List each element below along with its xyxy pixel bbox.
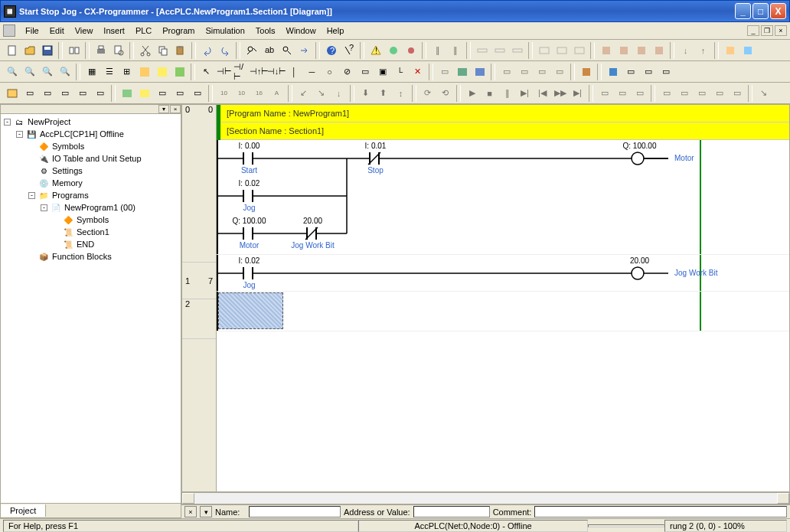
- contact-no-button[interactable]: ⊣⊢: [215, 64, 233, 80]
- paste-button[interactable]: [171, 42, 189, 59]
- comment-field[interactable]: [534, 506, 787, 517]
- tree-settings[interactable]: Settings: [52, 166, 83, 175]
- tree-toggle-plc[interactable]: -: [16, 131, 23, 138]
- goto-button[interactable]: [295, 42, 313, 59]
- scroll-right-button[interactable]: [777, 493, 789, 504]
- corner-button[interactable]: └: [391, 64, 409, 80]
- save-button[interactable]: [38, 42, 56, 59]
- scroll-left-button[interactable]: [182, 493, 194, 504]
- menu-view[interactable]: View: [70, 24, 99, 37]
- scroll-track[interactable]: [194, 493, 777, 504]
- p8[interactable]: [577, 64, 595, 80]
- tree-root[interactable]: NewProject: [28, 117, 70, 126]
- menu-edit[interactable]: Edit: [44, 24, 70, 37]
- name-field[interactable]: [249, 506, 341, 517]
- copy-button[interactable]: [154, 42, 171, 59]
- grid-btn-4[interactable]: [135, 64, 153, 80]
- tree-toggle-programs[interactable]: -: [28, 192, 35, 199]
- tab-project[interactable]: Project: [1, 504, 46, 517]
- view-btn-7[interactable]: [118, 85, 135, 102]
- simulation-button[interactable]: [384, 42, 402, 59]
- ladder-scrollbar[interactable]: [181, 492, 790, 504]
- view-btn-10[interactable]: ▭: [171, 85, 188, 102]
- contact-rise-button[interactable]: ⊣↑⊢: [250, 64, 268, 80]
- coil-button[interactable]: ○: [321, 64, 338, 80]
- select-tool-button[interactable]: ↖: [198, 64, 215, 80]
- new-button[interactable]: [3, 42, 21, 59]
- menu-simulation[interactable]: Simulation: [200, 24, 250, 37]
- tree-memory[interactable]: Memory: [52, 178, 83, 188]
- minimize-button[interactable]: _: [735, 3, 751, 19]
- redo-button[interactable]: [216, 42, 233, 59]
- mdi-restore-button[interactable]: ❐: [761, 25, 773, 36]
- view-btn-8[interactable]: [135, 85, 153, 102]
- rung-0[interactable]: I: 0.00 Start I: 0.01 Stop Q: 100.00 Mot…: [217, 140, 789, 255]
- grid-btn-6[interactable]: [171, 64, 188, 80]
- p11[interactable]: ▭: [639, 64, 657, 80]
- compare-button[interactable]: [65, 42, 83, 59]
- addr-field[interactable]: [413, 506, 490, 517]
- menu-plc[interactable]: PLC: [130, 24, 157, 37]
- delete-line-button[interactable]: ✕: [409, 64, 426, 80]
- tree-newprogram[interactable]: NewProgram1 (00): [64, 203, 135, 212]
- vertical-line-button[interactable]: │: [286, 64, 303, 80]
- help-button[interactable]: ?: [322, 42, 340, 59]
- zoom-fit-button[interactable]: 🔍: [38, 64, 56, 80]
- grid-btn-1[interactable]: ▦: [83, 64, 100, 80]
- fb-instance-button[interactable]: ▣: [374, 64, 391, 80]
- close-button[interactable]: X: [770, 3, 786, 19]
- p2[interactable]: [453, 64, 471, 80]
- p3[interactable]: [471, 64, 488, 80]
- mdi-close-button[interactable]: ×: [775, 25, 787, 36]
- zoom-out-button[interactable]: 🔍: [21, 64, 38, 80]
- replace-button[interactable]: ab: [260, 42, 278, 59]
- tree-programs[interactable]: Programs: [52, 191, 89, 200]
- view-btn-2[interactable]: ▭: [21, 85, 38, 102]
- contact-nc-button[interactable]: ⊣/⊢: [233, 64, 250, 80]
- rung-1[interactable]: I: 0.02 Jog 20.00 Jog Work Bit: [217, 255, 789, 292]
- menu-help[interactable]: Help: [322, 24, 350, 37]
- menu-file[interactable]: File: [20, 24, 44, 37]
- tree-plc[interactable]: AccPLC[CP1H] Offline: [40, 129, 124, 139]
- view-btn-6[interactable]: ▭: [91, 85, 109, 102]
- menu-window[interactable]: Window: [281, 24, 322, 37]
- tree-toggle-root[interactable]: -: [4, 119, 11, 126]
- coil-neg-button[interactable]: ⊘: [338, 64, 356, 80]
- menu-tools[interactable]: Tools: [250, 24, 281, 37]
- maximize-button[interactable]: □: [752, 3, 769, 19]
- rung-2[interactable]: [217, 292, 789, 331]
- fb-btn-2[interactable]: [739, 42, 756, 59]
- tree-section1[interactable]: Section1: [77, 227, 109, 237]
- view-btn-11[interactable]: ▭: [188, 85, 206, 102]
- project-tree[interactable]: - 🗂 NewProject - 💾 AccPLC[CP1H] Offline …: [1, 114, 181, 503]
- tree-iotable[interactable]: IO Table and Unit Setup: [52, 154, 142, 163]
- fb-btn-1[interactable]: [721, 42, 739, 59]
- ladder-canvas[interactable]: [Program Name : NewProgram1] [Section Na…: [217, 105, 789, 491]
- tree-end[interactable]: END: [77, 240, 94, 249]
- detail-dropdown-button[interactable]: ▾: [200, 506, 212, 517]
- tree-symbols[interactable]: Symbols: [52, 142, 84, 151]
- selected-cell[interactable]: [218, 292, 283, 329]
- tree-prog-symbols[interactable]: Symbols: [77, 215, 109, 224]
- warning-button[interactable]: !: [367, 42, 384, 59]
- tree-toggle-newprogram[interactable]: -: [41, 204, 47, 211]
- menu-insert[interactable]: Insert: [98, 24, 130, 37]
- cut-button[interactable]: [136, 42, 154, 59]
- debug-button[interactable]: [402, 42, 419, 59]
- menu-program[interactable]: Program: [157, 24, 200, 37]
- mdi-minimize-button[interactable]: _: [747, 25, 759, 36]
- view-btn-5[interactable]: ▭: [73, 85, 91, 102]
- zoom-reset-button[interactable]: 🔍: [56, 64, 73, 80]
- print-button[interactable]: [92, 42, 109, 59]
- horizontal-line-button[interactable]: ─: [303, 64, 321, 80]
- contact-fall-button[interactable]: ⊣↓⊢: [268, 64, 286, 80]
- undo-button[interactable]: [198, 42, 216, 59]
- sidebar-dropdown-button[interactable]: ▾: [158, 105, 169, 113]
- print-preview-button[interactable]: [109, 42, 127, 59]
- grid-btn-2[interactable]: ☰: [100, 64, 118, 80]
- view-btn-4[interactable]: ▭: [56, 85, 73, 102]
- find-button[interactable]: [243, 42, 260, 59]
- zoom-in-button[interactable]: 🔍: [3, 64, 21, 80]
- p9[interactable]: [604, 64, 622, 80]
- view-btn-3[interactable]: ▭: [38, 85, 56, 102]
